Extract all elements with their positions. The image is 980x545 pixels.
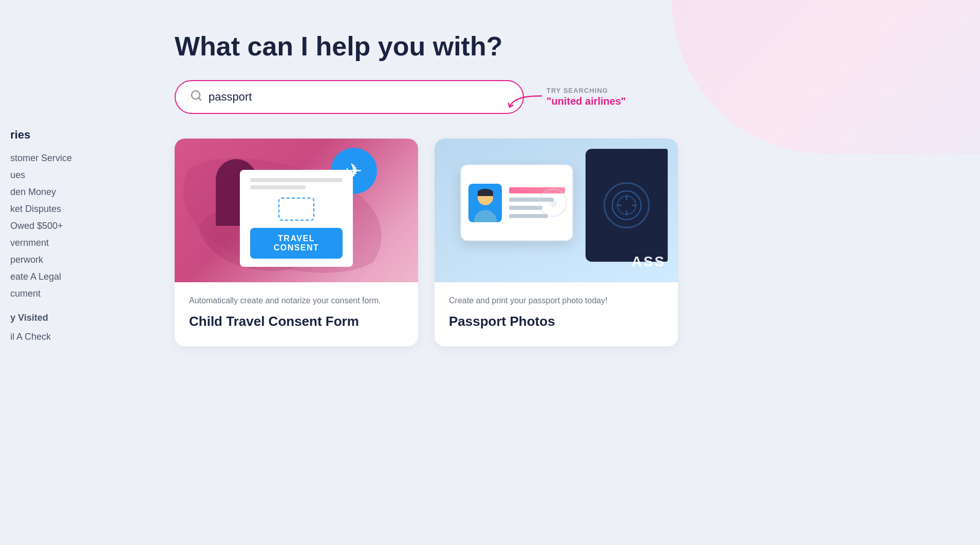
- card-image-travel-consent: ✈ TRAVEL CONSENT: [175, 139, 418, 282]
- card-body-passport: Create and print your passport photo tod…: [435, 282, 678, 346]
- sidebar-item-market-disputes[interactable]: ket Disputes: [10, 201, 139, 218]
- passport-emblem: [604, 182, 650, 228]
- sidebar-item-customer-service[interactable]: stomer Service: [10, 150, 139, 167]
- sidebar-item-document[interactable]: cument: [10, 285, 139, 302]
- id-photo: [468, 184, 502, 222]
- id-watermark: ⊕: [539, 189, 567, 217]
- doc-stamp: [278, 198, 314, 221]
- sidebar-item-legal[interactable]: eate A Legal: [10, 268, 139, 285]
- travel-consent-badge: TRAVEL CONSENT: [250, 228, 343, 259]
- sidebar-item-mail-check[interactable]: il A Check: [10, 328, 139, 345]
- travel-consent-document: TRAVEL CONSENT: [240, 170, 353, 267]
- card-title-travel-consent: Child Travel Consent Form: [189, 313, 404, 330]
- search-suggestion: TRY SEARCHING "united airlines": [546, 87, 626, 107]
- search-area: TRY SEARCHING "united airlines": [175, 80, 949, 114]
- id-card: ⊕: [460, 164, 573, 241]
- svg-line-1: [199, 98, 201, 100]
- card-description-passport: Create and print your passport photo tod…: [449, 295, 664, 307]
- doc-line-2: [250, 185, 306, 189]
- card-image-passport: ASS: [435, 139, 678, 282]
- sidebar-item-hidden-money[interactable]: den Money: [10, 184, 139, 201]
- sidebar-item-government[interactable]: vernment: [10, 235, 139, 251]
- sidebar-item-paperwork[interactable]: perwork: [10, 251, 139, 268]
- person-hair: [478, 189, 493, 196]
- try-searching-arrow: [505, 92, 546, 112]
- id-line-3: [509, 214, 548, 218]
- person-body: [474, 210, 497, 222]
- sidebar-recently-title: y Visited: [10, 313, 139, 323]
- search-icon: [190, 89, 202, 105]
- doc-lines: [250, 178, 343, 189]
- cards-grid: ✈ TRAVEL CONSENT Automatically create an…: [175, 139, 678, 346]
- pass-text: ASS: [631, 254, 666, 270]
- sidebar-item-owed[interactable]: Owed $500+: [10, 218, 139, 235]
- card-passport-photos[interactable]: ASS: [435, 139, 678, 346]
- passport-book-dark: [586, 149, 668, 262]
- sidebar-categories-title: ries: [10, 128, 139, 142]
- sidebar: ries stomer Service ues den Money ket Di…: [0, 118, 139, 356]
- id-line-2: [509, 206, 542, 210]
- try-searching-label: TRY SEARCHING: [546, 87, 608, 94]
- search-input[interactable]: [209, 90, 508, 104]
- card-title-passport: Passport Photos: [449, 313, 664, 330]
- card-travel-consent[interactable]: ✈ TRAVEL CONSENT Automatically create an…: [175, 139, 418, 346]
- card-body-travel-consent: Automatically create and notarize your c…: [175, 282, 418, 346]
- search-box: [175, 80, 524, 114]
- doc-line-1: [250, 178, 343, 182]
- card-description-travel-consent: Automatically create and notarize your c…: [189, 295, 404, 307]
- sidebar-item-issues[interactable]: ues: [10, 167, 139, 184]
- page-title: What can I help you with?: [175, 31, 949, 62]
- try-searching-value[interactable]: "united airlines": [546, 95, 626, 107]
- main-content: What can I help you with? TRY SEARCHING …: [144, 0, 980, 367]
